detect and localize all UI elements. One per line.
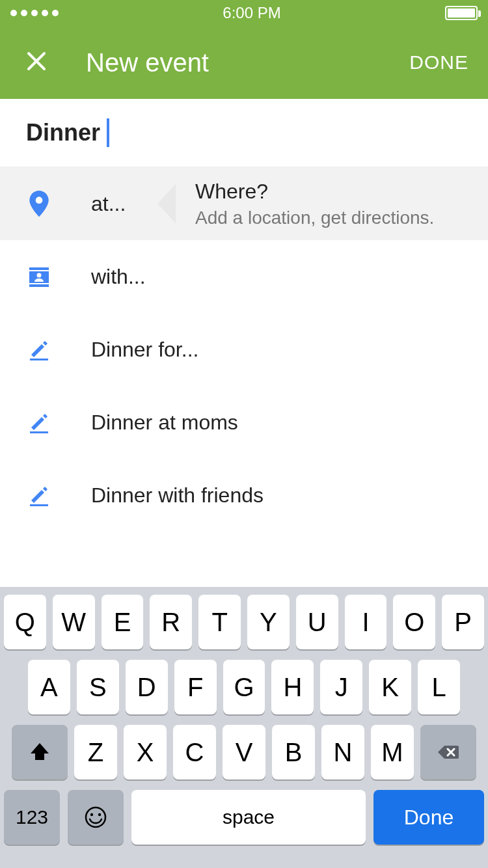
svg-rect-5 [30,359,48,360]
key-z[interactable]: Z [74,725,117,780]
suggestion-label: at... [91,192,126,216]
svg-point-8 [86,807,105,827]
key-g[interactable]: G [223,660,265,714]
header: New event DONE [0,26,488,99]
backspace-key[interactable] [420,725,476,780]
svg-point-9 [90,813,93,816]
battery-icon [445,6,478,20]
key-l[interactable]: L [418,660,460,714]
page-title: New event [86,48,409,77]
key-s[interactable]: S [77,660,119,714]
signal-dots-icon [10,10,59,16]
svg-point-4 [37,273,42,278]
svg-rect-7 [30,504,48,506]
event-title-field[interactable]: Dinner [0,99,488,167]
suggestion-recent[interactable]: Dinner for... [0,313,488,386]
key-h[interactable]: H [271,660,314,714]
keyboard: QWERTYUIOP ASDFGHJKL ZXCVBNM 123 space D… [0,587,488,868]
status-bar: 6:00 PM [0,0,488,26]
suggestion-with[interactable]: with... [0,240,488,313]
key-y[interactable]: Y [247,595,290,649]
text-cursor [107,118,109,147]
shift-key[interactable] [12,725,68,780]
suggestion-label: Dinner at moms [91,411,238,435]
event-title-value: Dinner [26,119,100,146]
suggestion-label: Dinner with friends [91,483,264,508]
key-e[interactable]: E [102,595,144,649]
key-n[interactable]: N [321,725,364,780]
svg-rect-3 [29,284,49,287]
svg-rect-1 [29,267,49,270]
pencil-icon [26,411,52,434]
suggestion-label: Dinner for... [91,338,198,362]
contacts-icon [26,265,52,288]
key-t[interactable]: T [198,595,241,649]
location-pin-icon [26,191,52,217]
key-c[interactable]: C [173,725,216,780]
key-p[interactable]: P [442,595,484,649]
suggestion-recent[interactable]: Dinner with friends [0,459,488,532]
key-a[interactable]: A [28,660,70,714]
key-d[interactable]: D [126,660,168,714]
key-m[interactable]: M [371,725,414,780]
key-q[interactable]: Q [4,595,46,649]
svg-point-10 [98,813,101,816]
keyboard-row: ASDFGHJKL [4,660,484,714]
key-r[interactable]: R [150,595,192,649]
key-x[interactable]: X [124,725,167,780]
keyboard-row: QWERTYUIOP [4,595,484,649]
status-time: 6:00 PM [223,4,280,22]
suggestion-at[interactable]: at... Where? Add a location, get directi… [0,167,488,240]
key-f[interactable]: F [174,660,217,714]
close-icon[interactable] [26,49,47,75]
key-k[interactable]: K [369,660,411,714]
location-hint: Where? Add a location, get directions. [176,180,462,228]
key-i[interactable]: I [345,595,387,649]
keyboard-row: ZXCVBNM [4,725,484,780]
done-button[interactable]: DONE [409,51,468,74]
key-j[interactable]: J [320,660,362,714]
keyboard-done-key[interactable]: Done [373,790,484,845]
svg-point-0 [36,197,43,204]
pencil-icon [26,483,52,507]
key-o[interactable]: O [393,595,435,649]
space-key[interactable]: space [131,790,366,845]
hint-title: Where? [195,180,462,204]
keyboard-row: 123 space Done [4,790,484,845]
key-w[interactable]: W [53,595,95,649]
numbers-key[interactable]: 123 [4,790,60,845]
key-b[interactable]: B [272,725,315,780]
suggestions-list: at... Where? Add a location, get directi… [0,167,488,532]
key-u[interactable]: U [296,595,338,649]
suggestion-label: with... [91,265,146,289]
hint-subtitle: Add a location, get directions. [195,208,462,228]
key-v[interactable]: V [223,725,265,780]
suggestion-recent[interactable]: Dinner at moms [0,386,488,459]
svg-rect-6 [30,431,48,433]
emoji-key[interactable] [68,790,124,845]
pencil-icon [26,338,52,361]
